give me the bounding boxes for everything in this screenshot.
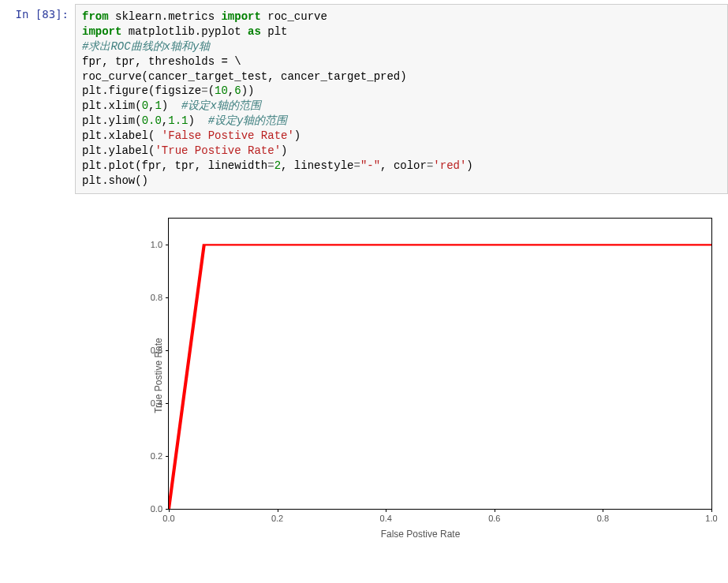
prompt-prefix: In [ — [16, 8, 43, 21]
l7p: ) — [162, 99, 181, 112]
mod-mpl: matplotlib.pyplot — [121, 25, 248, 38]
l9s: 'False Postive Rate' — [162, 129, 294, 142]
l6n2: 6 — [234, 84, 241, 97]
code-cell: In [83]: from sklearn.metrics import roc… — [0, 0, 728, 198]
line-5: roc_curve(cancer_target_test, cancer_tar… — [82, 70, 407, 83]
xtick-0: 0.0 — [162, 509, 174, 523]
kw-import-2: import — [82, 25, 121, 38]
ytick-1: 0.2 — [151, 451, 169, 461]
comment-roc: #求出ROC曲线的x轴和y轴 — [82, 40, 210, 53]
xtick-4: 0.8 — [597, 509, 609, 523]
roc-line-svg — [169, 219, 711, 509]
line-12: plt.show() — [82, 174, 148, 187]
output-area: True Postive Rate 0.0 0.2 0.4 0.6 0.8 1.… — [75, 202, 728, 545]
l11s1: "-" — [360, 159, 380, 172]
output-prompt — [0, 202, 75, 545]
l11b: , linestyle — [281, 159, 353, 172]
l11s2: 'red' — [433, 159, 466, 172]
l6p2: )) — [241, 84, 255, 97]
code-editor[interactable]: from sklearn.metrics import roc_curve im… — [75, 4, 728, 194]
xtick-5: 1.0 — [705, 509, 717, 523]
comment-xlim: #设定x轴的范围 — [181, 99, 261, 112]
kw-from: from — [82, 10, 109, 23]
l10p: ) — [281, 144, 287, 157]
l11c: , color — [380, 159, 427, 172]
l10s: 'True Postive Rate' — [155, 144, 281, 157]
l11p: ) — [466, 159, 472, 172]
l6c: , — [228, 84, 234, 97]
l7n2: 1 — [155, 99, 161, 112]
ytick-5: 1.0 — [151, 240, 169, 249]
input-prompt: In [83]: — [0, 4, 75, 194]
xtick-1: 0.2 — [271, 509, 283, 523]
roc-polyline — [169, 245, 711, 509]
l11a: plt.plot(fpr, tpr, linewidth — [82, 159, 267, 172]
l11eq: = — [267, 159, 274, 172]
xtick-3: 0.6 — [488, 509, 500, 523]
ytick-4: 0.8 — [151, 293, 169, 302]
fn-roc-curve: roc_curve — [261, 10, 327, 23]
comment-ylim: #设定y轴的范围 — [208, 114, 288, 127]
l8p: ) — [188, 114, 207, 127]
l11n: 2 — [274, 159, 281, 172]
exec-count: 83 — [42, 8, 55, 21]
l8c: , — [162, 114, 168, 127]
kw-import-1: import — [221, 10, 260, 23]
xtick-2: 0.4 — [380, 509, 392, 523]
l6eq: = — [201, 84, 207, 97]
mod-sklearn: sklearn.metrics — [109, 10, 222, 23]
l6a: plt.figure(figsize — [82, 84, 201, 97]
l8a: plt.ylim( — [82, 114, 142, 127]
notebook: In [83]: from sklearn.metrics import roc… — [0, 0, 728, 549]
plot-area: 0.0 0.2 0.4 0.6 0.8 1.0 0.0 0.2 — [168, 218, 712, 510]
l7a: plt.xlim( — [82, 99, 142, 112]
l7n1: 0 — [142, 99, 148, 112]
prompt-suffix: ]: — [55, 8, 69, 21]
output-cell: True Postive Rate 0.0 0.2 0.4 0.6 0.8 1.… — [0, 198, 728, 549]
roc-chart: True Postive Rate 0.0 0.2 0.4 0.6 0.8 1.… — [113, 210, 728, 541]
l6n1: 10 — [215, 84, 228, 97]
l8n1: 0.0 — [142, 114, 162, 127]
ytick-3: 0.6 — [151, 346, 169, 355]
l6p1: ( — [208, 84, 215, 97]
l9p: ) — [294, 129, 301, 142]
l11eq2: = — [353, 159, 360, 172]
l10a: plt.ylabel( — [82, 144, 155, 157]
l8n2: 1.1 — [168, 114, 188, 127]
ytick-2: 0.4 — [151, 398, 169, 408]
alias-plt: plt — [261, 25, 288, 38]
x-axis-label: False Postive Rate — [381, 529, 461, 540]
kw-as: as — [248, 25, 261, 38]
l9a: plt.xlabel( — [82, 129, 162, 142]
line-4: fpr, tpr, thresholds = \ — [82, 55, 241, 68]
